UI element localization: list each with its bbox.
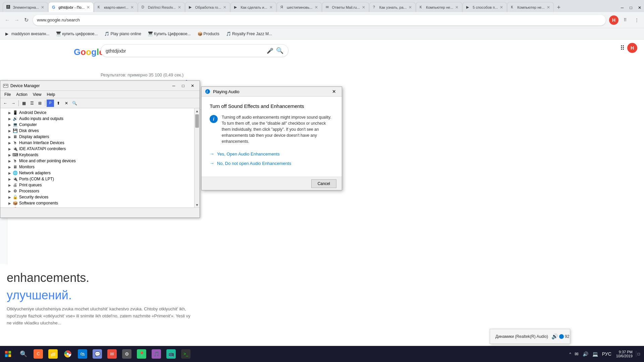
- tab-close-7[interactable]: ✕: [315, 5, 318, 10]
- tab-close-3[interactable]: ✕: [130, 5, 134, 10]
- tab-close-8[interactable]: ✕: [362, 5, 365, 10]
- scroll-thumb[interactable]: [195, 114, 199, 128]
- search-icon[interactable]: 🔍: [276, 47, 283, 54]
- tree-item-ide[interactable]: ▶ 🔌 IDE ATA/ATAPI controllers: [0, 146, 194, 152]
- toolbar-view-grid[interactable]: ▦: [20, 100, 28, 107]
- taskbar-clock[interactable]: 9:37 PM 10/6/2019: [614, 350, 635, 358]
- tree-item-security[interactable]: ▶ 🔒 Security devices: [0, 194, 194, 200]
- browser-tab-3[interactable]: К кварто-квинт... ✕: [94, 2, 138, 12]
- minimize-button[interactable]: ─: [618, 3, 627, 12]
- taskbar-app-unknown1[interactable]: 🎵: [150, 347, 163, 361]
- menu-help[interactable]: Help: [44, 92, 58, 98]
- tree-item-processors[interactable]: ▶ ⚙ Processors: [0, 188, 194, 194]
- profile-icon[interactable]: H: [609, 15, 619, 25]
- menu-action[interactable]: Action: [13, 92, 30, 98]
- start-button[interactable]: [0, 346, 16, 362]
- tab-close-5[interactable]: ✕: [223, 5, 226, 10]
- taskbar-network-icon[interactable]: 💻: [591, 351, 599, 357]
- forward-button[interactable]: →: [12, 15, 21, 25]
- menu-file[interactable]: File: [2, 92, 13, 98]
- taskbar-app-mail[interactable]: ✉: [105, 347, 119, 361]
- new-tab-button[interactable]: +: [554, 3, 564, 12]
- bookmark-6[interactable]: 🎵 Royalty Free Jazz M...: [223, 31, 275, 37]
- tree-item-sw-devices[interactable]: ▶ 📦 Software devices: [0, 206, 194, 207]
- browser-tab-9[interactable]: ? Как узнать, ра... ✕: [369, 2, 416, 12]
- voice-search-icon[interactable]: 🎤: [267, 48, 273, 54]
- taskbar-app-terminal[interactable]: >_: [179, 347, 193, 361]
- tree-item-audio[interactable]: ▶ 🔊 Audio inputs and outputs: [0, 116, 194, 122]
- devmgr-minimize-button[interactable]: ─: [169, 82, 178, 89]
- scroll-up-button[interactable]: ▲: [195, 108, 200, 114]
- toolbar-properties[interactable]: P: [47, 100, 54, 107]
- bookmark-1[interactable]: ▶ maddyson внезапн...: [3, 31, 52, 37]
- tree-item-hid[interactable]: ▶ 🖱 Human Interface Devices: [0, 140, 194, 146]
- tree-item-keyboards[interactable]: ▶ ⌨ Keyboards: [0, 152, 194, 158]
- audio-dialog-close-button[interactable]: ✕: [330, 88, 338, 95]
- notification-expand-button[interactable]: ^: [569, 351, 572, 357]
- toolbar-back[interactable]: ←: [2, 100, 9, 107]
- audio-link-yes[interactable]: → Yes, Open Audio Enhancements: [210, 151, 334, 157]
- toolbar-update-driver[interactable]: ⬆: [55, 100, 62, 107]
- browser-tab-8[interactable]: ✉ Ответы Mail.ru... ✕: [322, 2, 369, 12]
- tab-close-2[interactable]: ✕: [87, 5, 90, 10]
- tree-item-display[interactable]: ▶ 🖥 Display adapters: [0, 134, 194, 140]
- tree-item-computer[interactable]: ▶ 💻 Computer: [0, 122, 194, 128]
- close-button[interactable]: ✕: [635, 3, 644, 12]
- taskbar-mail-icon[interactable]: ✉: [573, 351, 580, 357]
- bookmark-5[interactable]: 📦 Products: [195, 31, 222, 37]
- devmgr-close-button[interactable]: ✕: [188, 82, 197, 89]
- tab-close-4[interactable]: ✕: [178, 5, 181, 10]
- tree-item-android[interactable]: ▶ 📱 Android Device: [0, 110, 194, 116]
- extensions-icon[interactable]: ⠿: [621, 15, 630, 25]
- tab-close-11[interactable]: ✕: [500, 5, 503, 10]
- reload-button[interactable]: ↻: [21, 15, 31, 25]
- tab-close-9[interactable]: ✕: [409, 5, 412, 10]
- browser-tab-1[interactable]: 🅰 Элементарна... ✕: [3, 2, 48, 12]
- browser-tab-2[interactable]: G gthtdjixbr - По... ✕: [48, 2, 94, 12]
- volume-slider-thumb[interactable]: [559, 334, 564, 339]
- tab-close-12[interactable]: ✕: [547, 5, 550, 10]
- toolbar-scan[interactable]: 🔍: [71, 100, 78, 107]
- google-search-box[interactable]: 🎤 🔍: [101, 44, 288, 57]
- taskbar-speaker-icon[interactable]: 🔊: [581, 351, 590, 357]
- tab-close-1[interactable]: ✕: [41, 5, 44, 10]
- google-search-input[interactable]: [106, 48, 267, 54]
- tree-item-ports[interactable]: ▶ 🔌 Ports (COM & LPT): [0, 176, 194, 182]
- show-desktop-button[interactable]: □: [636, 351, 641, 357]
- taskbar-app-discord[interactable]: 💬: [91, 347, 104, 361]
- audio-cancel-button[interactable]: Cancel: [311, 179, 336, 188]
- bookmark-3[interactable]: 🎵 Play piano online: [102, 31, 144, 37]
- maximize-button[interactable]: □: [627, 3, 635, 12]
- browser-tab-7[interactable]: Я шестипиновь... ✕: [277, 2, 322, 12]
- tree-item-mice[interactable]: ▶ 🖱 Mice and other pointing devices: [0, 158, 194, 164]
- browser-tab-5[interactable]: ▶ Обработка го... ✕: [185, 2, 230, 12]
- taskbar-app-explorer[interactable]: 📁: [46, 347, 60, 361]
- toolbar-forward[interactable]: →: [10, 100, 17, 107]
- tab-close-6[interactable]: ✕: [269, 5, 273, 10]
- back-button[interactable]: ←: [3, 15, 12, 25]
- taskbar-app-store[interactable]: 🛍: [76, 347, 89, 361]
- taskbar-lang-icon[interactable]: РУС: [601, 351, 613, 357]
- bookmark-2[interactable]: 🎹 купить цифровое...: [53, 31, 100, 37]
- tree-item-network[interactable]: ▶ 🌐 Network adapters: [0, 170, 194, 176]
- browser-tab-4[interactable]: D DaVinci Resolv... ✕: [138, 2, 185, 12]
- tree-item-sw-components[interactable]: ▶ 📦 Software components: [0, 200, 194, 206]
- toolbar-view-large[interactable]: ⊞: [36, 100, 44, 107]
- browser-tab-10[interactable]: К Компьютер не... ✕: [416, 2, 462, 12]
- taskbar-app-settings[interactable]: ⚙: [120, 347, 133, 361]
- bookmark-4[interactable]: 🎹 Купить Цифровое...: [145, 31, 194, 37]
- browser-tab-12[interactable]: К Компьютер не... ✕: [507, 2, 553, 12]
- taskbar-app-cortana[interactable]: C: [32, 347, 45, 361]
- browser-tab-6[interactable]: ▶ Как сделать и... ✕: [230, 2, 276, 12]
- audio-link-no[interactable]: → No, Do not open Audio Enhancements: [210, 161, 334, 166]
- devmgr-maximize-button[interactable]: □: [179, 82, 187, 89]
- taskbar-app-unknown2[interactable]: 📺: [164, 347, 178, 361]
- toolbar-view-list[interactable]: ☰: [28, 100, 36, 107]
- tree-item-monitors[interactable]: ▶ 🖥 Monitors: [0, 164, 194, 170]
- tree-item-disk[interactable]: ▶ 💾 Disk drives: [0, 128, 194, 134]
- google-account-icon[interactable]: H: [627, 43, 637, 53]
- tree-item-print[interactable]: ▶ 🖨 Print queues: [0, 182, 194, 188]
- menu-view[interactable]: View: [30, 92, 44, 98]
- taskbar-search-button[interactable]: 🔍: [16, 347, 31, 361]
- address-input[interactable]: [33, 15, 606, 25]
